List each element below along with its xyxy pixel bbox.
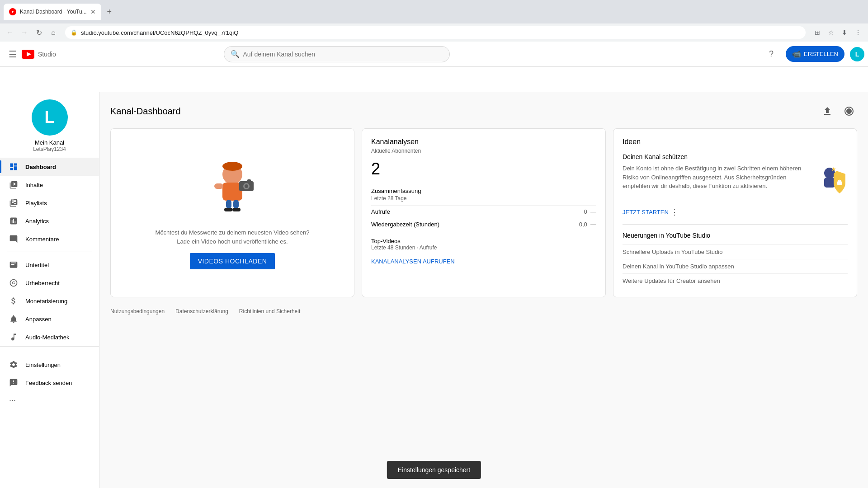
address-bar[interactable]: 🔒 studio.youtube.com/channel/UCocN6zQPHQ… [65, 26, 806, 39]
sidebar-item-anpassen[interactable]: Anpassen [0, 310, 99, 328]
extensions-button[interactable]: ⊞ [811, 26, 824, 39]
browser-menu[interactable]: ⋮ [852, 26, 864, 39]
monetize-icon [9, 296, 18, 305]
back-button[interactable]: ← [4, 26, 16, 39]
sidebar-item-urheberrecht-label: Urheberrecht [25, 280, 60, 286]
footer-link-richtlinien[interactable]: Richtlinien und Sicherheit [239, 308, 300, 314]
more-options-icon[interactable]: ⋮ [670, 207, 679, 217]
header-search: 🔍 [201, 46, 472, 62]
copyright-icon [9, 278, 18, 287]
sidebar-item-kommentare[interactable]: Kommentare [0, 230, 99, 248]
sidebar-item-audio-mediathek[interactable]: Audio-Mediathek [0, 328, 99, 346]
analytics-card: Kanalanalysen Aktuelle Abonnenten 2 Zusa… [362, 128, 606, 297]
upload-icon-button[interactable] [819, 103, 835, 119]
security-section: Deinen Kanal schützen Dein Konto ist ohn… [623, 153, 848, 217]
page-title: Kanal-Dashboard [110, 106, 181, 117]
sidebar-bottom: Einstellungen Feedback senden ··· [0, 346, 99, 408]
wiedergabe-label: Wiedergabezeit (Stunden) [371, 221, 439, 228]
summary-period: Letzte 28 Tage [371, 195, 596, 202]
security-title: Deinen Kanal schützen [623, 153, 848, 160]
main-content: Kanal-Dashboard [99, 92, 868, 488]
playlists-icon [9, 198, 18, 207]
refresh-button[interactable]: ↻ [33, 26, 45, 39]
create-button[interactable]: 📹 ERSTELLEN [786, 46, 844, 62]
svg-rect-15 [232, 208, 241, 211]
sidebar-item-audio-mediathek-label: Audio-Mediathek [25, 334, 70, 341]
footer-link-nutzung[interactable]: Nutzungsbedingungen [110, 308, 165, 314]
dashboard-actions [819, 103, 857, 119]
svg-point-10 [245, 184, 248, 188]
search-box[interactable]: 🔍 [224, 46, 450, 62]
footer-link-datenschutz[interactable]: Datenschutzerklärung [175, 308, 228, 314]
download-button[interactable]: ⬇ [838, 26, 851, 39]
sidebar-item-playlists[interactable]: Playlists [0, 194, 99, 212]
expand-button[interactable]: ··· [0, 392, 99, 408]
tab-close-button[interactable]: ✕ [90, 8, 96, 15]
svg-rect-17 [824, 178, 835, 188]
browser-tab[interactable]: Kanal-Dashboard - YouTu... ✕ [4, 4, 101, 20]
footer: Nutzungsbedingungen Datenschutzerklärung… [110, 308, 857, 314]
sidebar-item-kommentare-label: Kommentare [25, 236, 59, 243]
svg-rect-12 [226, 200, 231, 209]
tab-title: Kanal-Dashboard - YouTu... [20, 9, 87, 15]
sidebar-item-einstellungen[interactable]: Einstellungen [0, 356, 99, 374]
sidebar: L Mein Kanal LetsPlay1234 Dashboard [0, 92, 99, 488]
view-analytics-link[interactable]: KANALANALYSEN AUFRUFEN [371, 258, 596, 265]
subscribers-count: 2 [371, 160, 596, 178]
top-videos-section: Top-Videos Letzte 48 Stunden · Aufrufe [371, 238, 596, 251]
sidebar-item-urheberrecht[interactable]: Urheberrecht [0, 274, 99, 292]
sidebar-item-feedback-label: Feedback senden [25, 380, 72, 386]
sidebar-item-einstellungen-label: Einstellungen [25, 361, 61, 368]
ideas-card: Ideen Deinen Kanal schützen Dein Konto i… [613, 128, 857, 297]
forward-button[interactable]: → [18, 26, 31, 39]
user-avatar[interactable]: L [850, 47, 864, 61]
help-button[interactable]: ? [762, 45, 780, 63]
lock-icon: 🔒 [71, 29, 77, 36]
live-stream-icon-button[interactable] [841, 103, 857, 119]
jetzt-starten-section: JETZT STARTEN ⋮ [623, 207, 848, 217]
content-icon [9, 180, 18, 189]
sidebar-item-dashboard[interactable]: Dashboard [0, 158, 99, 176]
upload-button[interactable]: VIDEOS HOCHLADEN [190, 253, 275, 269]
jetzt-starten-link[interactable]: JETZT STARTEN [623, 209, 669, 216]
updates-section: Neuerungen in YouTube Studio Schnellere … [623, 232, 848, 288]
svg-point-4 [222, 162, 242, 171]
upload-card: Möchtest du Messwerte zu deinem neuesten… [110, 128, 354, 297]
top-videos-subtitle: Letzte 48 Stunden · Aufrufe [371, 244, 596, 251]
svg-rect-18 [837, 181, 842, 185]
summary-row-aufrufe: Aufrufe 0 — [371, 205, 596, 218]
studio-label: Studio [38, 51, 56, 58]
menu-button[interactable]: ☰ [4, 45, 22, 63]
sidebar-item-analytics[interactable]: Analytics [0, 212, 99, 230]
svg-rect-14 [224, 208, 232, 211]
feedback-icon [9, 378, 18, 387]
sidebar-item-feedback[interactable]: Feedback senden [0, 374, 99, 392]
expand-icon: ··· [9, 395, 16, 405]
sidebar-item-inhalte-label: Inhalte [25, 182, 43, 188]
app-header: ☰ Studio 🔍 ? 📹 ERSTELLEN L [0, 42, 868, 67]
app: ☰ Studio 🔍 ? 📹 ERSTELLEN L [0, 42, 868, 488]
sidebar-item-inhalte[interactable]: Inhalte [0, 176, 99, 194]
channel-handle: LetsPlay1234 [33, 146, 66, 152]
search-input[interactable] [243, 51, 443, 58]
new-tab-button[interactable]: + [103, 5, 116, 18]
aufrufe-label: Aufrufe [371, 208, 390, 215]
svg-rect-11 [247, 179, 251, 182]
update-link-2[interactable]: Deinen Kanal in YouTube Studio anpassen [623, 259, 848, 273]
sidebar-item-monetarisierung-label: Monetarisierung [25, 298, 67, 305]
sidebar-item-monetarisierung[interactable]: Monetarisierung [0, 292, 99, 310]
sidebar-nav: Dashboard Inhalte Playlists [0, 158, 99, 346]
svg-rect-6 [214, 183, 223, 189]
wiedergabe-value: 0,0 — [579, 221, 596, 228]
home-button[interactable]: ⌂ [47, 26, 60, 39]
summary-title: Zusammenfassung [371, 188, 596, 194]
analytics-card-title: Kanalanalysen [371, 138, 596, 146]
sidebar-item-untertitel[interactable]: Untertitel [0, 256, 99, 274]
update-link-3[interactable]: Weitere Updates für Creator ansehen [623, 273, 848, 288]
dashboard-icon [9, 162, 18, 171]
audio-icon [9, 333, 18, 342]
logo: Studio [22, 50, 56, 59]
bookmark-button[interactable]: ☆ [825, 26, 837, 39]
update-link-1[interactable]: Schnellere Uploads in YouTube Studio [623, 244, 848, 259]
security-content: Dein Konto ist ohne die Bestätigung in z… [623, 164, 848, 202]
